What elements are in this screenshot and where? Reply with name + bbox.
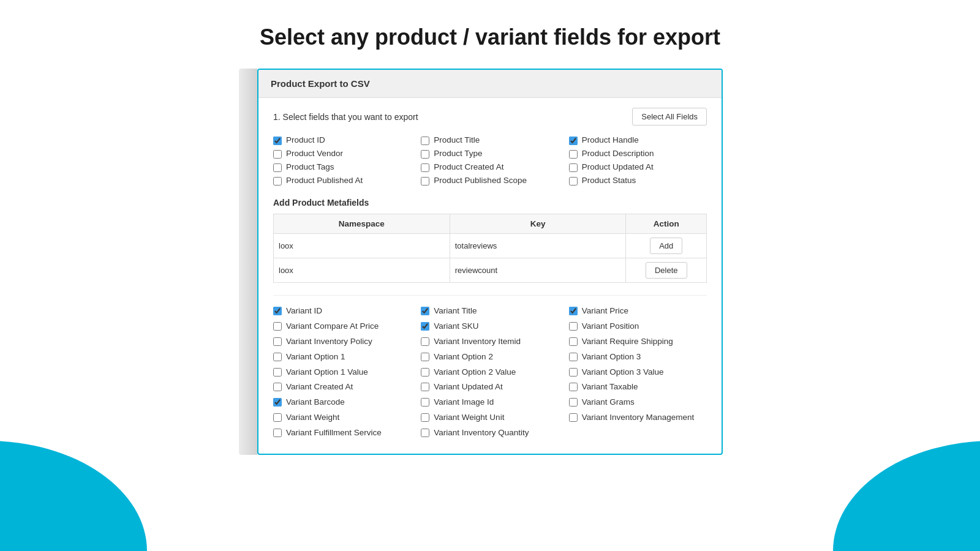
variant-field-variant_option_3: Variant Option 3 xyxy=(569,351,707,363)
label-variant_taxable: Variant Taxable xyxy=(582,381,638,393)
variant-field-variant_option_3_value: Variant Option 3 Value xyxy=(569,367,707,378)
checkbox-product_type[interactable] xyxy=(421,150,429,159)
checkbox-variant_taxable[interactable] xyxy=(569,383,578,391)
metafields-table: Namespace Key Action AddDelete xyxy=(273,214,707,283)
checkbox-variant_fulfillment_service[interactable] xyxy=(273,429,282,437)
checkbox-variant_option_3[interactable] xyxy=(569,353,578,361)
checkbox-variant_barcode[interactable] xyxy=(273,398,282,407)
main-panel: Product Export to CSV 1. Select fields t… xyxy=(257,69,723,455)
variant-field-variant_grams: Variant Grams xyxy=(569,397,707,408)
variant-field-variant_created_at: Variant Created At xyxy=(273,381,411,393)
label-variant_option_3_value: Variant Option 3 Value xyxy=(582,367,664,378)
checkbox-product_created_at[interactable] xyxy=(421,163,429,172)
card-header: Product Export to CSV xyxy=(258,70,722,98)
checkbox-variant_price[interactable] xyxy=(569,307,578,315)
select-all-button[interactable]: Select All Fields xyxy=(632,108,707,126)
label-product_type: Product Type xyxy=(434,149,482,158)
checkbox-variant_id[interactable] xyxy=(273,307,282,315)
blue-wave-right xyxy=(772,355,980,551)
label-variant_inventory_management: Variant Inventory Management xyxy=(582,412,695,424)
checkbox-variant_option_3_value[interactable] xyxy=(569,368,578,377)
label-variant_fulfillment_service: Variant Fulfillment Service xyxy=(286,427,382,439)
export-card: Product Export to CSV 1. Select fields t… xyxy=(257,69,723,455)
variant-fields-grid: Variant IDVariant TitleVariant PriceVari… xyxy=(273,305,707,439)
checkbox-variant_require_shipping[interactable] xyxy=(569,337,578,346)
product-field-product_title: Product Title xyxy=(421,135,559,145)
label-variant_barcode: Variant Barcode xyxy=(286,397,345,408)
namespace-input-0[interactable] xyxy=(279,241,445,250)
checkbox-product_published_scope[interactable] xyxy=(421,177,429,186)
col-action: Action xyxy=(626,214,707,234)
checkbox-variant_option_1[interactable] xyxy=(273,353,282,361)
variant-field-variant_updated_at: Variant Updated At xyxy=(421,381,559,393)
checkbox-product_handle[interactable] xyxy=(569,137,578,145)
label-product_published_scope: Product Published Scope xyxy=(434,176,527,185)
namespace-input-1[interactable] xyxy=(279,266,445,275)
action-btn-0[interactable]: Add xyxy=(650,238,682,254)
product-field-product_description: Product Description xyxy=(569,149,707,159)
checkbox-variant_created_at[interactable] xyxy=(273,383,282,391)
action-btn-1[interactable]: Delete xyxy=(646,262,687,279)
checkbox-variant_option_2_value[interactable] xyxy=(421,368,429,377)
variant-field-variant_inventory_itemid: Variant Inventory Itemid xyxy=(421,336,559,348)
checkbox-variant_sku[interactable] xyxy=(421,322,429,331)
label-product_handle: Product Handle xyxy=(582,135,639,144)
variant-field-variant_taxable: Variant Taxable xyxy=(569,381,707,393)
col-namespace: Namespace xyxy=(274,214,450,234)
checkbox-product_tags[interactable] xyxy=(273,163,282,172)
blue-wave-left xyxy=(0,355,208,551)
checkbox-product_vendor[interactable] xyxy=(273,150,282,159)
label-variant_weight: Variant Weight xyxy=(286,412,339,424)
product-field-product_id: Product ID xyxy=(273,135,411,145)
label-variant_created_at: Variant Created At xyxy=(286,381,353,393)
label-variant_compare_at_price: Variant Compare At Price xyxy=(286,321,379,332)
checkbox-product_id[interactable] xyxy=(273,137,282,145)
label-product_tags: Product Tags xyxy=(286,162,334,171)
checkbox-variant_position[interactable] xyxy=(569,322,578,331)
checkbox-variant_inventory_itemid[interactable] xyxy=(421,337,429,346)
variant-field-variant_title: Variant Title xyxy=(421,305,559,317)
col-key: Key xyxy=(450,214,626,234)
key-input-1[interactable] xyxy=(455,266,621,275)
key-input-0[interactable] xyxy=(455,241,621,250)
section-header: 1. Select fields that you want to export… xyxy=(273,108,707,126)
product-field-product_published_at: Product Published At xyxy=(273,176,411,186)
divider xyxy=(273,295,707,296)
label-product_updated_at: Product Updated At xyxy=(582,162,654,171)
checkbox-variant_inventory_management[interactable] xyxy=(569,413,578,422)
checkbox-variant_inventory_policy[interactable] xyxy=(273,337,282,346)
card-body: 1. Select fields that you want to export… xyxy=(258,98,722,454)
variant-field-variant_inventory_policy: Variant Inventory Policy xyxy=(273,336,411,348)
variant-field-variant_require_shipping: Variant Require Shipping xyxy=(569,336,707,348)
variant-field-variant_inventory_quantity: Variant Inventory Quantity xyxy=(421,427,559,439)
checkbox-variant_option_2[interactable] xyxy=(421,353,429,361)
checkbox-variant_title[interactable] xyxy=(421,307,429,315)
variant-field-variant_option_1_value: Variant Option 1 Value xyxy=(273,367,411,378)
checkbox-product_published_at[interactable] xyxy=(273,177,282,186)
checkbox-variant_option_1_value[interactable] xyxy=(273,368,282,377)
label-variant_option_1: Variant Option 1 xyxy=(286,351,345,363)
label-variant_id: Variant ID xyxy=(286,305,322,317)
checkbox-variant_weight[interactable] xyxy=(273,413,282,422)
variant-field-variant_id: Variant ID xyxy=(273,305,411,317)
checkbox-variant_grams[interactable] xyxy=(569,398,578,407)
shadow-decoration xyxy=(239,69,257,455)
variant-field-variant_image_id: Variant Image Id xyxy=(421,397,559,408)
label-variant_price: Variant Price xyxy=(582,305,628,317)
product-field-product_type: Product Type xyxy=(421,149,559,159)
checkbox-product_status[interactable] xyxy=(569,177,578,186)
label-variant_title: Variant Title xyxy=(434,305,477,317)
checkbox-product_title[interactable] xyxy=(421,137,429,145)
checkbox-variant_updated_at[interactable] xyxy=(421,383,429,391)
variant-field-variant_barcode: Variant Barcode xyxy=(273,397,411,408)
label-product_created_at: Product Created At xyxy=(434,162,503,171)
checkbox-variant_compare_at_price[interactable] xyxy=(273,322,282,331)
variant-field-variant_option_2_value: Variant Option 2 Value xyxy=(421,367,559,378)
metafield-row-0: Add xyxy=(274,234,707,258)
checkbox-product_description[interactable] xyxy=(569,150,578,159)
variant-field-variant_sku: Variant SKU xyxy=(421,321,559,332)
checkbox-variant_inventory_quantity[interactable] xyxy=(421,429,429,437)
checkbox-variant_weight_unit[interactable] xyxy=(421,413,429,422)
checkbox-product_updated_at[interactable] xyxy=(569,163,578,172)
checkbox-variant_image_id[interactable] xyxy=(421,398,429,407)
